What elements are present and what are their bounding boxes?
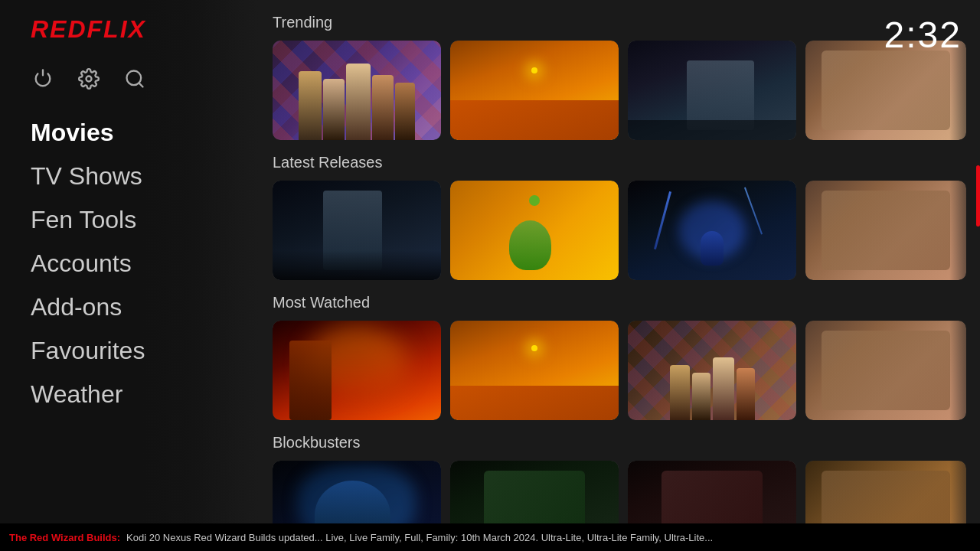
blockbusters-card-3[interactable] <box>628 461 796 523</box>
trending-card-1[interactable] <box>273 41 441 140</box>
blockbusters-row <box>260 461 980 523</box>
search-button[interactable] <box>122 67 147 91</box>
mostwatched-card-3[interactable] <box>628 321 796 420</box>
blockbusters-card-1[interactable] <box>273 461 441 523</box>
mostwatched-row <box>260 321 980 420</box>
blockbusters-card-4[interactable] <box>805 461 966 523</box>
nav-item-addons[interactable]: Add-ons <box>31 287 237 328</box>
sidebar: REDFLIX Movies TV Shows Fen Tools Accoun… <box>0 0 237 551</box>
section-title-blockbusters: Blockbusters <box>273 434 980 452</box>
nav-item-weather[interactable]: Weather <box>31 374 237 415</box>
svg-point-0 <box>87 77 92 82</box>
section-title-trending: Trending <box>273 14 980 31</box>
latest-card-3[interactable] <box>628 181 796 280</box>
nav-item-tvshows[interactable]: TV Shows <box>31 156 237 197</box>
ticker-text: Kodi 20 Nexus Red Wizard Builds updated.… <box>126 532 713 543</box>
scroll-indicator <box>976 165 980 227</box>
nav-item-fentools[interactable]: Fen Tools <box>31 200 237 240</box>
section-title-mostwatched: Most Watched <box>273 294 980 311</box>
svg-line-2 <box>139 83 142 86</box>
section-title-latest: Latest Releases <box>273 154 980 171</box>
nav-item-accounts[interactable]: Accounts <box>31 243 237 284</box>
ticker-label: The Red Wizard Builds: <box>0 532 120 543</box>
latest-card-4[interactable] <box>805 181 966 280</box>
latest-card-1[interactable] <box>273 181 441 280</box>
trending-row <box>260 41 980 140</box>
logo: REDFLIX <box>31 15 237 44</box>
latest-card-2[interactable] <box>450 181 619 280</box>
main-content: Trending <box>260 0 980 523</box>
blockbusters-card-2[interactable] <box>450 461 619 523</box>
trending-card-3[interactable] <box>628 41 796 140</box>
mostwatched-card-4[interactable] <box>805 321 966 420</box>
clock: 2:32 <box>884 14 962 56</box>
power-button[interactable] <box>31 67 55 91</box>
settings-button[interactable] <box>77 67 101 91</box>
ticker-bar: The Red Wizard Builds: Kodi 20 Nexus Red… <box>0 523 980 551</box>
icon-row <box>31 67 237 91</box>
mostwatched-card-1[interactable] <box>273 321 441 420</box>
latest-row <box>260 181 980 280</box>
mostwatched-card-2[interactable] <box>450 321 619 420</box>
nav-item-favourites[interactable]: Favourites <box>31 331 237 371</box>
trending-card-2[interactable] <box>450 41 619 140</box>
nav-item-movies[interactable]: Movies <box>31 112 237 153</box>
